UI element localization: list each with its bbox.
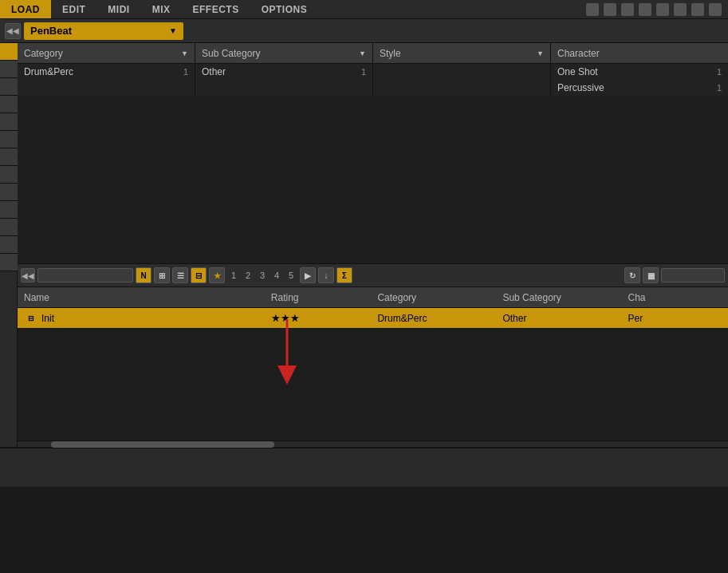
toolbar-columns-btn[interactable]: ▦ xyxy=(643,267,659,283)
nav-icon-6[interactable] xyxy=(674,3,687,16)
preset-dropdown[interactable]: PenBeat ▼ xyxy=(24,22,183,40)
sidebar-notch-1[interactable] xyxy=(0,61,18,78)
toolbar-save-btn[interactable]: ↓ xyxy=(318,267,334,283)
result-row-icon: ⊟ xyxy=(24,311,38,326)
main-layout: Category ▼ Drum&Perc 1 Sub Category ▼ Ot… xyxy=(0,43,728,447)
character-item-oneshot[interactable]: One Shot 1 xyxy=(551,64,728,80)
category-header[interactable]: Category ▼ xyxy=(18,43,195,64)
scroll-thumb[interactable] xyxy=(51,441,274,448)
results-empty-space xyxy=(18,329,728,441)
nav-icon-8[interactable] xyxy=(709,3,722,16)
style-label: Style xyxy=(380,48,401,59)
filter-col-style: Style ▼ xyxy=(373,43,551,96)
sidebar-notch-9[interactable] xyxy=(0,201,18,219)
rating-buttons: 1 2 3 4 5 xyxy=(227,268,297,283)
category-dropdown-arrow: ▼ xyxy=(181,49,188,57)
result-stars: ★★★ xyxy=(271,312,300,324)
toolbar-grid-btn[interactable]: ⊞ xyxy=(154,267,170,283)
sidebar-notch-10[interactable] xyxy=(0,219,18,236)
scrollbar[interactable] xyxy=(18,441,728,447)
nav-icon-3[interactable] xyxy=(621,3,634,16)
bottom-bar xyxy=(0,447,728,487)
rating-4[interactable]: 4 xyxy=(270,268,283,283)
browser-nav-btn[interactable]: ◀◀ xyxy=(21,268,35,283)
nav-icon-7[interactable] xyxy=(691,3,704,16)
nav-options[interactable]: OPTIONS xyxy=(250,0,319,18)
result-rating-cell: ★★★ xyxy=(265,312,372,324)
toolbar-sum-btn[interactable]: Σ xyxy=(336,267,352,283)
toolbar-play-btn[interactable]: ▶ xyxy=(300,267,316,283)
nav-load[interactable]: LOAD xyxy=(0,0,51,18)
top-nav-icons xyxy=(586,0,728,18)
preset-bar: ◀◀ PenBeat ▼ xyxy=(0,19,728,43)
style-header[interactable]: Style ▼ xyxy=(373,43,550,64)
col-header-category: Category xyxy=(371,292,496,303)
rating-3[interactable]: 3 xyxy=(256,268,269,283)
character-item-oneshot-count: 1 xyxy=(717,67,722,77)
category-label: Category xyxy=(24,48,63,59)
filter-col-category: Category ▼ Drum&Perc 1 xyxy=(18,43,195,96)
category-item-label: Drum&Perc xyxy=(24,66,73,77)
preset-nav-btn[interactable]: ◀◀ xyxy=(5,23,21,39)
rating-1[interactable]: 1 xyxy=(227,268,240,283)
character-item-percussive[interactable]: Percussive 1 xyxy=(551,80,728,96)
subcategory-header[interactable]: Sub Category ▼ xyxy=(195,43,372,64)
sidebar-notch-11[interactable] xyxy=(0,236,18,254)
nav-midi[interactable]: MIDI xyxy=(96,0,140,18)
toolbar-list-btn[interactable]: ☰ xyxy=(172,267,188,283)
sidebar-notch-7[interactable] xyxy=(0,166,18,184)
col-header-char: Cha xyxy=(621,292,728,303)
category-item-drumperc[interactable]: Drum&Perc 1 xyxy=(18,64,195,80)
filter-col-subcategory: Sub Category ▼ Other 1 xyxy=(195,43,373,96)
character-label: Character xyxy=(557,48,600,59)
subcategory-item-count: 1 xyxy=(361,67,366,77)
subcategory-item-other[interactable]: Other 1 xyxy=(195,64,372,80)
filter-row: Category ▼ Drum&Perc 1 Sub Category ▼ Ot… xyxy=(18,43,728,96)
nav-icon-4[interactable] xyxy=(639,3,651,16)
browser-search-input[interactable] xyxy=(37,268,133,283)
character-item-percussive-label: Percussive xyxy=(557,82,604,93)
toolbar-split-btn[interactable]: ⊟ xyxy=(191,267,207,283)
subcategory-dropdown-arrow: ▼ xyxy=(359,49,366,57)
right-toolbar: ↻ ▦ xyxy=(624,267,725,283)
sidebar-notch-2[interactable] xyxy=(0,78,18,96)
search-bar-right[interactable] xyxy=(661,268,725,283)
col-header-name: Name xyxy=(18,292,265,303)
character-item-oneshot-label: One Shot xyxy=(557,66,598,77)
sidebar-notch-3[interactable] xyxy=(0,96,18,113)
table-row[interactable]: ⊟ Init ★★★ Drum&Perc Other Per xyxy=(18,308,728,329)
result-category-cell: Drum&Perc xyxy=(371,313,496,324)
character-header[interactable]: Character xyxy=(551,43,728,64)
nav-effects[interactable]: EFFECTS xyxy=(182,0,250,18)
nav-mix[interactable]: MIX xyxy=(141,0,182,18)
preset-arrow: ▼ xyxy=(169,26,177,35)
browser-toolbar: ◀◀ N ⊞ ☰ ⊟ ★ 1 2 3 4 5 ▶ ↓ Σ ↻ ▦ xyxy=(18,263,728,287)
toolbar-star-btn[interactable]: ★ xyxy=(209,267,225,283)
character-item-percussive-count: 1 xyxy=(717,83,722,93)
style-dropdown-arrow: ▼ xyxy=(537,49,544,57)
rating-2[interactable]: 2 xyxy=(242,268,254,283)
toolbar-refresh-btn[interactable]: ↻ xyxy=(624,267,640,283)
sidebar-notch-6[interactable] xyxy=(0,148,18,166)
left-sidebar xyxy=(0,43,18,447)
sidebar-notch-12[interactable] xyxy=(0,254,18,271)
result-name: Init xyxy=(41,313,54,324)
nav-icon-1[interactable] xyxy=(586,3,599,16)
nav-icon-2[interactable] xyxy=(604,3,616,16)
category-item-count: 1 xyxy=(183,67,188,77)
toolbar-n-btn[interactable]: N xyxy=(136,267,152,283)
rating-5[interactable]: 5 xyxy=(285,268,297,283)
col-header-subcategory: Sub Category xyxy=(496,292,621,303)
nav-icon-5[interactable] xyxy=(656,3,669,16)
sidebar-notch-5[interactable] xyxy=(0,131,18,148)
sidebar-notch-8[interactable] xyxy=(0,184,18,201)
sidebar-notch-0[interactable] xyxy=(0,43,18,61)
col-header-rating: Rating xyxy=(265,292,372,303)
result-name-cell: ⊟ Init xyxy=(18,311,265,326)
subcategory-label: Sub Category xyxy=(202,48,260,59)
subcategory-item-label: Other xyxy=(202,66,226,77)
nav-edit[interactable]: EDIT xyxy=(51,0,96,18)
sidebar-notch-4[interactable] xyxy=(0,113,18,131)
preset-name: PenBeat xyxy=(30,25,72,37)
results-header: Name Rating Category Sub Category Cha xyxy=(18,287,728,308)
